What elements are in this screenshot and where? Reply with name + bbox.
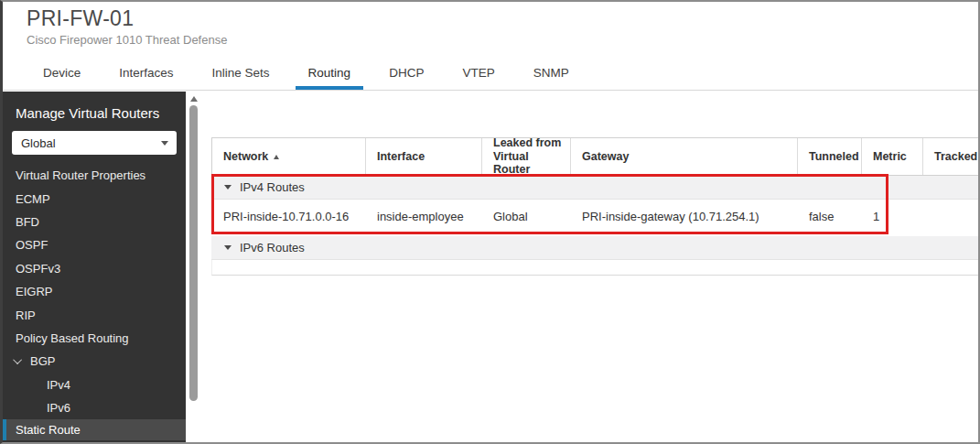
- tab-interfaces[interactable]: Interfaces: [106, 59, 186, 90]
- column-header-tunneled[interactable]: Tunneled: [798, 138, 862, 175]
- routing-sidebar: Manage Virtual Routers Global Virtual Ro…: [3, 92, 186, 442]
- collapse-triangle-icon: [224, 245, 232, 250]
- column-header-leaked-from-virtual-router[interactable]: Leaked from Virtual Router: [482, 138, 571, 175]
- sidebar-item-bgp-label: BGP: [30, 354, 55, 368]
- sidebar-item-bfd[interactable]: BFD: [3, 211, 186, 233]
- sort-asc-icon: [274, 155, 279, 159]
- group-label-ipv4: IPv4 Routes: [240, 180, 305, 194]
- sidebar-item-policy-based-routing[interactable]: Policy Based Routing: [3, 327, 186, 350]
- sidebar-item-ecmp[interactable]: ECMP: [3, 187, 186, 210]
- sidebar-item-static-route[interactable]: Static Route: [3, 419, 186, 440]
- sidebar-item-ospf[interactable]: OSPF: [3, 233, 186, 256]
- sidebar-heading: Manage Virtual Routers: [3, 92, 186, 131]
- arrow-up-icon: [190, 96, 198, 102]
- group-row-ipv4-routes[interactable]: IPv4 Routes: [211, 176, 980, 200]
- routes-table-header: Network Interface Leaked from Virtual Ro…: [211, 137, 980, 176]
- scrollbar-thumb[interactable]: [189, 105, 198, 401]
- virtual-router-select-value: Global: [21, 136, 56, 150]
- tab-vtep[interactable]: VTEP: [449, 59, 507, 90]
- sidebar-scrollbar: [186, 92, 201, 442]
- sidebar-item-bgp-ipv6[interactable]: IPv6: [3, 396, 186, 419]
- page-title: PRI-FW-01: [27, 6, 134, 31]
- cell-interface: inside-employee: [366, 210, 482, 223]
- sidebar-item-virtual-router-properties[interactable]: Virtual Router Properties: [3, 164, 186, 187]
- column-header-network[interactable]: Network: [212, 138, 366, 175]
- scrollbar-up-button[interactable]: [186, 92, 201, 105]
- cell-tunneled: false: [798, 210, 862, 223]
- sidebar-item-eigrp[interactable]: EIGRP: [3, 280, 186, 303]
- caret-down-icon: [161, 141, 168, 146]
- virtual-router-select[interactable]: Global: [12, 131, 177, 155]
- group-row-ipv6-routes[interactable]: IPv6 Routes: [211, 236, 980, 260]
- tab-routing[interactable]: Routing: [296, 59, 364, 90]
- cell-gateway: PRI-inside-gateway (10.71.254.1): [571, 210, 798, 223]
- device-tabbar: Device Interfaces Inline Sets Routing DH…: [30, 59, 595, 90]
- static-route-content: Network Interface Leaked from Virtual Ro…: [201, 92, 978, 442]
- sidebar-item-rip[interactable]: RIP: [3, 303, 186, 326]
- tab-dhcp[interactable]: DHCP: [376, 59, 436, 90]
- sidebar-item-bgp-ipv4[interactable]: IPv4: [3, 374, 186, 396]
- fmc-device-routing-page: { "header": { "device_name": "PRI-FW-01"…: [0, 0, 980, 444]
- column-header-interface[interactable]: Interface: [366, 138, 482, 175]
- column-header-metric[interactable]: Metric: [862, 138, 923, 175]
- route-row-pri-inside[interactable]: PRI-inside-10.71.0.0-16 inside-employee …: [211, 200, 980, 233]
- column-header-gateway[interactable]: Gateway: [571, 138, 798, 175]
- sidebar-item-bgp[interactable]: BGP: [3, 350, 186, 373]
- cell-network: PRI-inside-10.71.0.0-16: [212, 210, 366, 223]
- routes-table: Network Interface Leaked from Virtual Ro…: [211, 137, 980, 276]
- device-header: PRI-FW-01 Cisco Firepower 1010 Threat De…: [3, 2, 978, 91]
- tab-inline-sets[interactable]: Inline Sets: [199, 59, 283, 90]
- group-label-ipv6: IPv6 Routes: [240, 241, 305, 254]
- tab-snmp[interactable]: SNMP: [521, 59, 582, 90]
- cell-leaked-from: Global: [482, 210, 571, 223]
- chevron-down-icon: [13, 355, 22, 364]
- empty-table-row: [211, 260, 980, 276]
- column-header-tracked[interactable]: Tracked: [923, 138, 980, 175]
- routing-nav: Virtual Router Properties ECMP BFD OSPF …: [3, 164, 186, 419]
- sidebar-item-ospfv3[interactable]: OSPFv3: [3, 257, 186, 280]
- collapse-triangle-icon: [224, 185, 232, 190]
- tab-device[interactable]: Device: [30, 59, 93, 90]
- device-model-subtitle: Cisco Firepower 1010 Threat Defense: [27, 33, 227, 47]
- cell-metric: 1: [862, 210, 923, 223]
